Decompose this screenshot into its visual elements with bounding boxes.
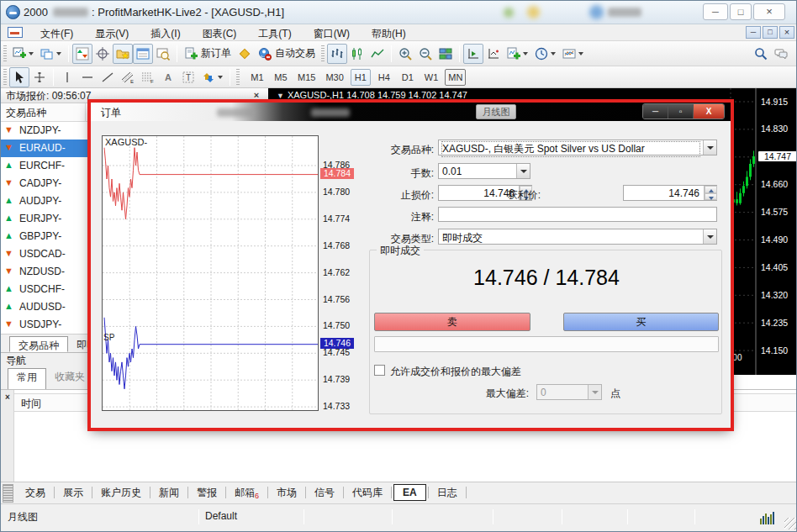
terminal-tab-警报[interactable]: 警报 — [190, 483, 224, 503]
tile-windows-button[interactable] — [435, 44, 456, 64]
deviation-checkbox[interactable] — [374, 365, 385, 376]
price-scale-label: 14.915 — [761, 97, 796, 107]
terminal-tab-代码库[interactable]: 代码库 — [346, 483, 389, 503]
spinner-buttons[interactable] — [704, 186, 716, 200]
profiles-button[interactable] — [37, 44, 65, 64]
child-close-button[interactable]: × — [779, 26, 794, 39]
horizontal-line-tool-button[interactable] — [77, 67, 98, 87]
toolbar-grip[interactable] — [236, 69, 240, 86]
dialog-close-button[interactable]: X — [694, 104, 724, 119]
navigator-toggle-button[interactable] — [113, 44, 133, 64]
terminal-tab-账户历史[interactable]: 账户历史 — [94, 483, 148, 503]
menu-item[interactable]: 显示(V) — [84, 24, 140, 41]
buy-button[interactable]: 买 — [563, 313, 719, 331]
timeframe-M5[interactable]: M5 — [271, 69, 291, 86]
market-watch-close-icon[interactable]: × — [251, 89, 262, 101]
window-close-button[interactable]: × — [753, 3, 785, 20]
timeframe-H4[interactable]: H4 — [374, 69, 394, 86]
indicators-button[interactable] — [504, 44, 531, 64]
resize-grip[interactable] — [784, 518, 796, 529]
chevron-down-icon[interactable] — [516, 164, 530, 178]
terminal-tab-日志[interactable]: 日志 — [430, 483, 464, 503]
dock-panel-icon[interactable] — [3, 484, 13, 503]
status-profile[interactable]: Default — [205, 510, 237, 522]
chevron-down-icon[interactable] — [703, 229, 716, 244]
terminal-tab-交易[interactable]: 交易 — [18, 483, 52, 503]
timeframe-H1[interactable]: H1 — [351, 69, 371, 86]
auto-scroll-button[interactable] — [483, 44, 504, 64]
deviation-checkbox-label[interactable]: 允许成交价和报价的最大偏差 — [390, 365, 521, 379]
menu-item[interactable]: 插入(I) — [140, 24, 191, 41]
volume-dropdown[interactable]: 0.01 — [438, 163, 530, 179]
dialog-title-bar[interactable]: 订单 月线图 ─ ▫ X — [91, 103, 731, 121]
monthly-chart-overlay-button[interactable]: 月线图 — [476, 104, 516, 119]
data-window-button[interactable] — [92, 44, 113, 64]
menu-item[interactable]: 图表(C) — [192, 24, 248, 41]
one-click-trading-arrow-icon[interactable]: ▼ — [277, 92, 284, 100]
window-maximize-button[interactable]: □ — [730, 3, 752, 20]
fibonacci-tool-button[interactable]: F — [138, 67, 158, 87]
text-label-tool-button[interactable]: T — [178, 67, 198, 87]
periods-button[interactable] — [531, 44, 559, 64]
terminal-toggle-button[interactable] — [133, 44, 153, 64]
chevron-down-icon[interactable] — [703, 140, 716, 155]
window-minimize-button[interactable]: ─ — [703, 3, 728, 20]
timeframe-M30[interactable]: M30 — [322, 69, 346, 86]
toolbar-grip[interactable] — [3, 45, 7, 62]
order-type-dropdown[interactable]: 即时成交 — [438, 229, 717, 245]
toolbar-grip[interactable] — [3, 69, 7, 86]
toolbar-grip[interactable] — [321, 45, 325, 62]
new-order-button[interactable]: 新订单 — [181, 44, 235, 64]
chat-button[interactable] — [771, 44, 791, 64]
symbol-dropdown[interactable]: XAGUSD-, 白银美元 Spot Silver vs US Dollar — [438, 140, 717, 155]
search-button[interactable] — [751, 44, 771, 64]
dialog-minimize-button[interactable]: ─ — [643, 104, 668, 119]
timeframe-W1[interactable]: W1 — [421, 69, 442, 86]
comment-input[interactable] — [438, 207, 717, 222]
dialog-maximize-button[interactable]: ▫ — [668, 104, 694, 119]
tick-axis-label: 14.762 — [323, 267, 358, 277]
cursor-tool-button[interactable] — [9, 67, 29, 87]
take-profit-spinner[interactable]: 14.746 — [623, 185, 717, 201]
tab-symbols[interactable]: 交易品种 — [9, 336, 68, 352]
terminal-tab-邮箱[interactable]: 邮箱6 — [228, 483, 266, 503]
trendline-tool-button[interactable] — [98, 67, 118, 87]
templates-button[interactable] — [559, 44, 587, 64]
line-chart-button[interactable] — [367, 44, 388, 64]
max-deviation-label: 最大偏差: — [445, 387, 529, 401]
menu-item[interactable]: 窗口(W) — [303, 24, 361, 41]
strategy-tester-button[interactable] — [153, 44, 173, 64]
vertical-line-tool-button[interactable] — [57, 67, 77, 87]
timeframe-D1[interactable]: D1 — [398, 69, 418, 86]
terminal-tab-展示[interactable]: 展示 — [56, 483, 90, 503]
terminal-tab-EA[interactable]: EA — [393, 484, 426, 501]
terminal-close-icon[interactable]: × — [3, 392, 13, 403]
child-minimize-button[interactable]: ─ — [746, 26, 761, 39]
menu-item[interactable]: 文件(F) — [29, 24, 84, 41]
metaeditor-button[interactable] — [235, 44, 255, 64]
zoom-out-button[interactable] — [415, 44, 435, 64]
timeframe-M15[interactable]: M15 — [294, 69, 319, 86]
new-chart-button[interactable] — [9, 44, 37, 64]
arrows-tool-button[interactable] — [198, 67, 226, 87]
child-restore-button[interactable]: □ — [763, 26, 778, 39]
sell-button[interactable]: 卖 — [374, 313, 530, 331]
zoom-in-button[interactable] — [395, 44, 415, 64]
menu-item[interactable]: 帮助(H) — [361, 24, 417, 41]
tab-favorites[interactable]: 收藏夹 — [46, 368, 93, 390]
terminal-tab-新闻[interactable]: 新闻 — [152, 483, 186, 503]
tab-common[interactable]: 常用 — [8, 368, 46, 390]
terminal-tab-市场[interactable]: 市场 — [270, 483, 303, 503]
menu-item[interactable]: 工具(T) — [247, 24, 302, 41]
bar-chart-button[interactable] — [327, 44, 347, 64]
text-tool-button[interactable]: A — [158, 67, 178, 87]
terminal-tab-信号[interactable]: 信号 — [308, 483, 341, 503]
timeframe-M1[interactable]: M1 — [247, 69, 267, 86]
timeframe-MN[interactable]: MN — [445, 69, 466, 86]
crosshair-tool-button[interactable] — [29, 67, 50, 87]
auto-trading-button[interactable]: 自动交易 — [255, 44, 319, 64]
equidistant-channel-tool-button[interactable]: E — [118, 67, 138, 87]
market-watch-toggle-button[interactable] — [72, 44, 92, 64]
chart-shift-button[interactable] — [463, 44, 483, 64]
candlestick-chart-button[interactable] — [347, 44, 367, 64]
